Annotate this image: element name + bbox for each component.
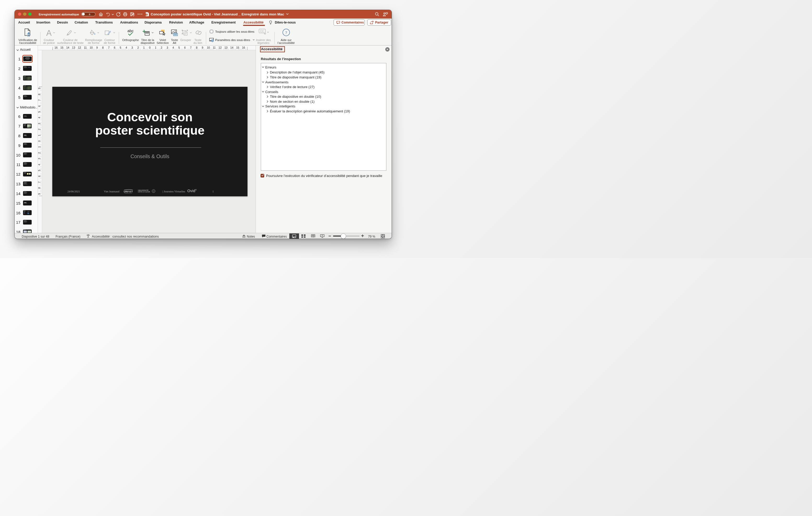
svg-text:?: ? — [285, 30, 287, 35]
svg-text:abc: abc — [127, 29, 134, 33]
svg-text:CC: CC — [260, 30, 264, 33]
svg-text:A: A — [46, 29, 52, 36]
svg-text:méditerranée: méditerranée — [124, 192, 133, 193]
svg-text:P: P — [146, 13, 147, 15]
